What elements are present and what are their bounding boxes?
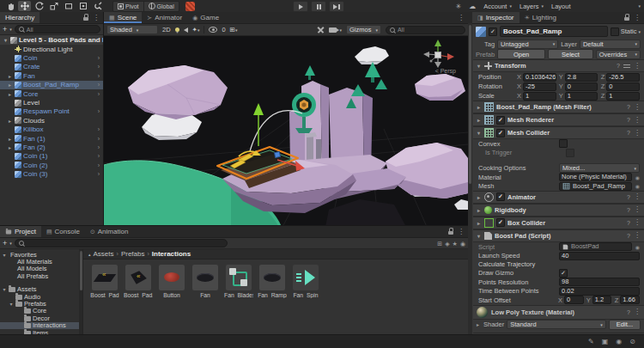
- scene-header-row[interactable]: ▾ Level 5 - Boost Pads and F ⋮: [0, 35, 103, 45]
- boost-pad-script-header[interactable]: ▾ Boost Pad (Script) ?⋮: [473, 229, 644, 242]
- kebab-menu-icon[interactable]: ⋮: [634, 15, 641, 21]
- static-checkbox[interactable]: [611, 27, 619, 36]
- cloud-icon[interactable]: ☁: [469, 3, 476, 10]
- project-search-input[interactable]: [15, 239, 228, 247]
- hierarchy-item[interactable]: Coin (1) ›: [0, 152, 103, 161]
- z-field[interactable]: -26.5: [606, 73, 640, 82]
- grid-settings-icon[interactable]: ⊞▾: [230, 26, 238, 34]
- tag-dropdown[interactable]: Untagged: [497, 40, 558, 49]
- tab-project[interactable]: Project: [0, 226, 41, 237]
- search-by-label-icon[interactable]: ◈: [445, 241, 449, 247]
- hierarchy-item[interactable]: Respawn Point ›: [0, 107, 103, 116]
- transform-component-header[interactable]: ▾ Transform ?⋮: [473, 59, 644, 72]
- is-trigger-checkbox[interactable]: [566, 149, 574, 157]
- box-collider-header[interactable]: ▸ Box Collider ?⋮: [473, 217, 644, 229]
- inspector-scrollbar[interactable]: [468, 23, 472, 335]
- pivot-button[interactable]: Pivot: [113, 2, 143, 11]
- mesh-renderer-header[interactable]: ▸ Mesh Renderer ?⋮: [473, 113, 644, 126]
- create-asset-button[interactable]: +: [3, 240, 7, 247]
- hierarchy-item[interactable]: Crate ›: [0, 63, 103, 71]
- prefab-expand-arrow[interactable]: ›: [98, 64, 101, 70]
- status-icon[interactable]: ◉: [616, 339, 622, 345]
- foldout-icon[interactable]: ▸: [476, 194, 482, 200]
- move-tool-icon[interactable]: [18, 1, 31, 11]
- preset-icon[interactable]: [623, 64, 630, 69]
- gizmos-dropdown[interactable]: Gizmos: [346, 25, 381, 34]
- foldout-icon[interactable]: ▸: [7, 91, 13, 97]
- breadcrumb-prefabs[interactable]: Prefabs: [121, 250, 145, 258]
- rect-tool-icon[interactable]: [62, 1, 75, 11]
- camera-settings-dropdown[interactable]: ▾: [329, 27, 342, 33]
- 2d-toggle-button[interactable]: 2D: [162, 26, 171, 34]
- asset-item[interactable]: Boost_Pad: [90, 265, 119, 298]
- tab-hierarchy[interactable]: Hierarchy: [0, 12, 39, 23]
- prefab-open-button[interactable]: Open: [497, 49, 545, 59]
- x-field[interactable]: 1: [523, 92, 556, 101]
- offset-z-field[interactable]: 1.66: [620, 296, 640, 304]
- hierarchy-item[interactable]: Coin (3) ›: [0, 169, 103, 178]
- kebab-menu-icon[interactable]: ⋮: [458, 15, 465, 21]
- hierarchy-item[interactable]: ▸ Core ›: [0, 89, 103, 98]
- add-object-button[interactable]: +: [3, 26, 7, 34]
- prefab-expand-arrow[interactable]: ›: [98, 55, 101, 61]
- tab-game[interactable]: ◉Game: [187, 12, 224, 23]
- step-button[interactable]: [329, 1, 344, 12]
- collab-icon[interactable]: [185, 2, 195, 11]
- status-icon[interactable]: ▣: [602, 339, 609, 345]
- effects-dropdown-icon[interactable]: ✦▾: [192, 26, 200, 34]
- asset-item[interactable]: Fan_Ramp: [258, 265, 287, 298]
- animator-header[interactable]: ▸ Animator ?⋮: [473, 191, 644, 204]
- foldout-icon[interactable]: ▸: [7, 73, 13, 79]
- global-button[interactable]: Global: [143, 2, 179, 11]
- launch-speed-field[interactable]: 40: [559, 252, 640, 260]
- foldout-icon[interactable]: ▸: [476, 104, 482, 110]
- foldout-icon[interactable]: ▸: [476, 220, 482, 226]
- foldout-icon[interactable]: ▾: [476, 63, 482, 69]
- prefab-expand-arrow[interactable]: ›: [98, 144, 101, 150]
- prefab-select-button[interactable]: Select: [548, 49, 593, 59]
- help-icon[interactable]: ?: [617, 63, 620, 69]
- hierarchy-item[interactable]: ▸ Fan ›: [0, 71, 103, 80]
- search-by-type-icon[interactable]: ⊞: [437, 241, 442, 247]
- scene-visibility-icon[interactable]: [209, 27, 217, 33]
- object-picker-icon[interactable]: ◉: [635, 183, 640, 189]
- prefab-expand-arrow[interactable]: ›: [98, 162, 101, 168]
- hierarchy-item[interactable]: ▸ Fan (2) ›: [0, 143, 103, 151]
- tab-animator[interactable]: ≻Animator: [142, 12, 187, 23]
- hierarchy-item[interactable]: Killbox ›: [0, 125, 103, 134]
- breadcrumb-interactions[interactable]: Interactions: [152, 250, 191, 258]
- scene-audio-icon[interactable]: [184, 27, 188, 33]
- foldout-icon[interactable]: ▸: [7, 82, 13, 88]
- tab-scene[interactable]: ▦Scene: [104, 12, 142, 23]
- custom-tool-icon[interactable]: [91, 1, 104, 11]
- shader-edit-button[interactable]: Edit...: [609, 320, 641, 330]
- kebab-menu-icon[interactable]: ⋮: [93, 15, 100, 21]
- foldout-icon[interactable]: ▾: [2, 286, 7, 292]
- y-field[interactable]: 0: [565, 82, 598, 91]
- prefab-expand-arrow[interactable]: ›: [98, 91, 101, 97]
- asset-item[interactable]: Boost_Pad..: [124, 265, 153, 298]
- mesh-field[interactable]: Boost_Pad_Ramp: [559, 182, 632, 191]
- hierarchy-item[interactable]: ▸ Clouds: [0, 116, 103, 125]
- z-field[interactable]: 0: [606, 82, 640, 91]
- object-picker-icon[interactable]: ◉: [635, 244, 640, 250]
- component-enabled-checkbox[interactable]: [496, 116, 505, 125]
- hierarchy-item[interactable]: Directional Light: [0, 45, 103, 53]
- scene-lighting-icon[interactable]: [175, 27, 179, 32]
- draw-gizmo-checkbox[interactable]: [559, 269, 568, 278]
- foldout-icon[interactable]: ▾: [2, 252, 7, 258]
- lock-icon[interactable]: [448, 231, 453, 235]
- hierarchy-item[interactable]: ▸ Boost_Pad_Ramp ›: [0, 81, 103, 89]
- perspective-label[interactable]: < Persp: [435, 68, 456, 74]
- chevron-icon[interactable]: ▴: [88, 252, 91, 257]
- component-tools-icon[interactable]: [317, 26, 325, 34]
- prefab-expand-arrow[interactable]: ›: [98, 136, 101, 142]
- prefab-overrides-dropdown[interactable]: Overrides: [596, 50, 641, 59]
- z-field[interactable]: 1: [606, 92, 640, 101]
- rigidbody-header[interactable]: ▸ Rigidbody ?⋮: [473, 204, 644, 217]
- component-enabled-checkbox[interactable]: [496, 192, 505, 201]
- draw-mode-dropdown[interactable]: Shaded: [106, 25, 158, 34]
- points-resolution-field[interactable]: 98: [559, 278, 640, 286]
- offset-x-field[interactable]: 0: [564, 296, 584, 304]
- lock-icon[interactable]: [624, 17, 629, 21]
